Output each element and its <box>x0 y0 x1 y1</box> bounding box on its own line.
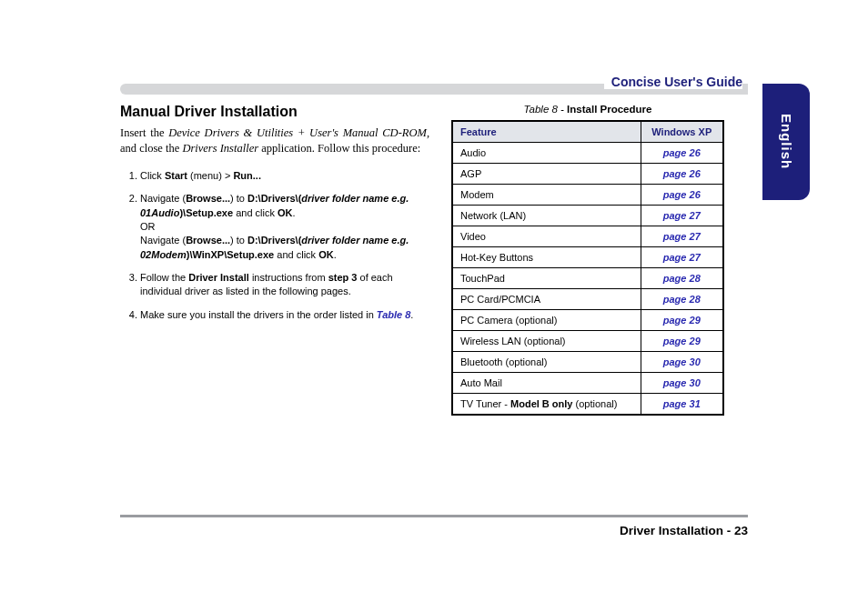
right-column: Table 8 - Install Procedure Feature Wind… <box>451 104 724 416</box>
page-cell: page 29 <box>641 331 723 352</box>
step-1: Click Start (menu) > Run... <box>140 169 429 183</box>
table-row: PC Card/PCMCIApage 28 <box>452 289 723 310</box>
step-bold: Browse... <box>186 193 230 204</box>
steps-list: Click Start (menu) > Run... Navigate (Br… <box>120 169 429 323</box>
page-cell: page 26 <box>641 185 723 206</box>
feature-cell: PC Camera (optional) <box>452 310 641 331</box>
page-link[interactable]: page 28 <box>663 273 701 284</box>
feature-cell: Hot-Key Buttons <box>452 247 641 268</box>
page-cell: page 27 <box>641 247 723 268</box>
table-row: Modempage 26 <box>452 185 723 206</box>
table-row: Wireless LAN (optional)page 29 <box>452 331 723 352</box>
page-link[interactable]: page 27 <box>663 252 701 263</box>
page-cell: page 29 <box>641 310 723 331</box>
feature-cell: Wireless LAN (optional) <box>452 331 641 352</box>
page-cell: page 30 <box>641 373 723 394</box>
feature-cell: Bluetooth (optional) <box>452 352 641 373</box>
install-procedure-table: Feature Windows XP Audiopage 26AGPpage 2… <box>451 120 724 416</box>
step-bold: Driver Install <box>188 272 249 283</box>
step-4: Make sure you install the drivers in the… <box>140 308 429 322</box>
step-text: ) to <box>230 235 247 246</box>
intro-italic-1: Device Drivers & Utilities + User's Manu… <box>168 126 427 139</box>
feature-cell: TouchPad <box>452 268 641 289</box>
step-text: . <box>410 309 413 320</box>
table-row: Network (LAN)page 27 <box>452 206 723 226</box>
intro-italic-2: Drivers Installer <box>182 142 258 155</box>
table-row: Videopage 27 <box>452 226 723 247</box>
page-cell: page 30 <box>641 352 723 373</box>
page-link[interactable]: page 26 <box>663 147 701 158</box>
step-text: instructions from <box>249 272 328 283</box>
page-cell: page 28 <box>641 289 723 310</box>
table-8-reference[interactable]: Table 8 <box>377 309 411 320</box>
step-text: Navigate ( <box>140 193 186 204</box>
page-link[interactable]: page 27 <box>663 210 701 221</box>
content-columns: Manual Driver Installation Insert the De… <box>120 104 748 416</box>
page-cell: page 31 <box>641 394 723 416</box>
page-link[interactable]: page 28 <box>663 294 701 305</box>
feature-cell: Modem <box>452 185 641 206</box>
table-row: Audiopage 26 <box>452 143 723 164</box>
step-bold: D:\Drivers\( <box>247 235 301 246</box>
table-header-row: Feature Windows XP <box>452 121 723 143</box>
page-link[interactable]: page 31 <box>663 398 701 409</box>
footer-text: Driver Installation - 23 <box>620 524 748 537</box>
page-cell: page 26 <box>641 143 723 164</box>
feature-cell: Audio <box>452 143 641 164</box>
page-link[interactable]: page 29 <box>663 336 701 346</box>
feature-cell: Auto Mail <box>452 373 641 394</box>
table-row: AGPpage 26 <box>452 164 723 185</box>
language-label: English <box>779 114 794 169</box>
step-2: Navigate (Browse...) to D:\Drivers\(driv… <box>140 192 429 262</box>
feature-cell: Video <box>452 226 641 247</box>
table-caption: Table 8 - Install Procedure <box>451 104 724 115</box>
table-row: Hot-Key Buttonspage 27 <box>452 247 723 268</box>
section-title: Manual Driver Installation <box>120 104 429 120</box>
step-bold: Start <box>165 170 187 181</box>
step-bold: OK <box>318 249 334 260</box>
step-text: ) to <box>230 193 247 204</box>
col-feature: Feature <box>452 121 641 143</box>
page-content: Concise User's Guide Manual Driver Insta… <box>120 75 748 416</box>
table-row: PC Camera (optional)page 29 <box>452 310 723 331</box>
step-3: Follow the Driver Install instructions f… <box>140 271 429 299</box>
col-winxp: Windows XP <box>641 121 723 143</box>
page-cell: page 26 <box>641 164 723 185</box>
table-name: Install Procedure <box>564 104 652 115</box>
page-cell: page 27 <box>641 226 723 247</box>
step-text: Navigate ( <box>140 235 186 246</box>
page-link[interactable]: page 26 <box>663 168 701 179</box>
table-row: Bluetooth (optional)page 30 <box>452 352 723 373</box>
table-row: Auto Mailpage 30 <box>452 373 723 394</box>
feature-cell: PC Card/PCMCIA <box>452 289 641 310</box>
guide-title: Concise User's Guide <box>604 75 742 89</box>
step-or: OR <box>140 221 156 232</box>
step-bold: D:\Drivers\( <box>247 193 301 204</box>
page-cell: page 28 <box>641 268 723 289</box>
intro-paragraph: Insert the Device Drivers & Utilities + … <box>120 125 429 156</box>
left-column: Manual Driver Installation Insert the De… <box>120 104 429 416</box>
intro-text: application. Follow this procedure: <box>258 142 420 155</box>
feature-cell: TV Tuner - Model B only (optional) <box>452 394 641 416</box>
page-link[interactable]: page 30 <box>663 377 701 388</box>
table-row: TV Tuner - Model B only (optional)page 3… <box>452 394 723 416</box>
page-link[interactable]: page 29 <box>663 315 701 326</box>
page-cell: page 27 <box>641 206 723 226</box>
step-text: Follow the <box>140 272 188 283</box>
step-bold: Run... <box>233 170 261 181</box>
step-text: (menu) > <box>187 170 233 181</box>
footer-rule <box>120 515 748 517</box>
step-text: Click <box>140 170 165 181</box>
step-bold: )\WinXP\Setup.exe <box>187 249 274 260</box>
intro-text: Insert the <box>120 126 168 139</box>
page-link[interactable]: page 27 <box>663 231 701 242</box>
page-link[interactable]: page 30 <box>663 356 701 367</box>
feature-cell: AGP <box>452 164 641 185</box>
step-bold: )\Setup.exe <box>179 207 233 218</box>
page-link[interactable]: page 26 <box>663 189 701 200</box>
step-bold: OK <box>278 207 293 218</box>
feature-cell: Network (LAN) <box>452 206 641 226</box>
step-bold: step 3 <box>328 272 358 283</box>
table-row: TouchPadpage 28 <box>452 268 723 289</box>
language-tab[interactable]: English <box>762 84 810 200</box>
